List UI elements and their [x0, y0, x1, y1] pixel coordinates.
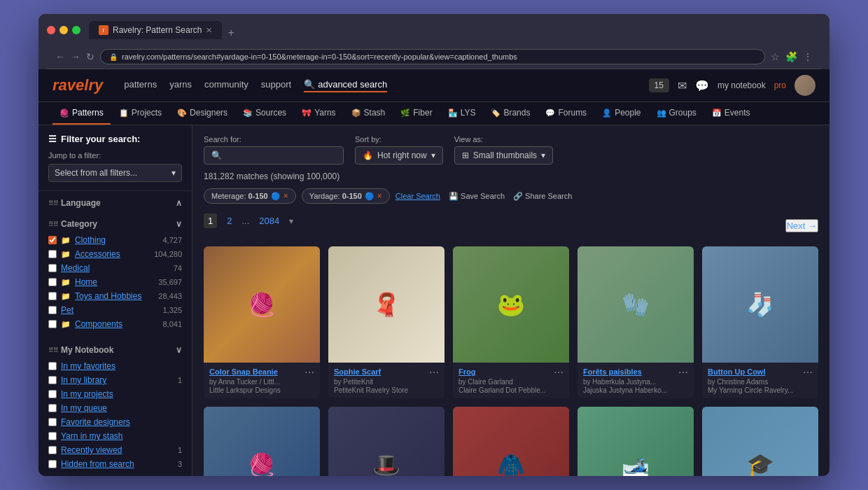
favorites-checkbox[interactable]: [48, 362, 57, 370]
fav-designers-link[interactable]: Favorite designers: [61, 417, 130, 427]
extensions-icon[interactable]: 🧩: [785, 51, 797, 62]
my-notebook-link[interactable]: my notebook: [718, 80, 766, 90]
subnav-groups[interactable]: 👥 Groups: [650, 102, 704, 125]
toys-checkbox[interactable]: [48, 292, 57, 300]
hidden-link[interactable]: Hidden from search: [61, 459, 134, 469]
search-for-group: Search for: 🔍: [204, 135, 344, 164]
save-search-link[interactable]: 💾 Save Search: [449, 192, 505, 201]
share-search-link[interactable]: 🔗 Share Search: [513, 192, 572, 201]
notebook-toggle[interactable]: ∨: [176, 345, 182, 355]
refresh-button[interactable]: ↻: [86, 51, 94, 62]
product-menu-3[interactable]: ⋯: [554, 367, 564, 378]
subnav-projects[interactable]: 📋 Projects: [112, 102, 169, 125]
nav-yarns[interactable]: yarns: [169, 79, 192, 92]
recently-viewed-link[interactable]: Recently viewed: [61, 445, 122, 455]
components-checkbox[interactable]: [48, 320, 57, 328]
subnav-fiber[interactable]: 🌿 Fiber: [393, 102, 439, 125]
product-menu-2[interactable]: ⋯: [429, 367, 439, 378]
nav-advanced-search[interactable]: 🔍 advanced search: [304, 79, 387, 92]
accessories-checkbox[interactable]: [48, 250, 57, 258]
url-bar[interactable]: 🔒 ravelry.com/patterns/search#yardage-in…: [100, 49, 765, 64]
hidden-checkbox[interactable]: [48, 460, 57, 468]
filter-select[interactable]: Select from all filters... ▾: [48, 164, 182, 182]
subnav-designers[interactable]: 🎨 Designers: [170, 102, 234, 125]
subnav-patterns[interactable]: 🧶 Patterns: [52, 102, 111, 125]
tab-close-icon[interactable]: ✕: [206, 26, 212, 35]
menu-icon[interactable]: ⋮: [803, 51, 813, 62]
accessories-link[interactable]: Accessories: [75, 249, 120, 259]
clothing-checkbox[interactable]: [48, 236, 57, 244]
toys-link[interactable]: Toys and Hobbies: [75, 291, 141, 301]
favorites-link[interactable]: In my favorites: [61, 361, 115, 371]
sort-select[interactable]: 🔥 Hot right now ▾: [355, 146, 443, 164]
subnav-people[interactable]: 👤 People: [595, 102, 648, 125]
nav-patterns[interactable]: patterns: [124, 79, 157, 92]
meterage-remove[interactable]: ×: [284, 191, 288, 201]
pet-link[interactable]: Pet: [61, 305, 74, 315]
page-dropdown[interactable]: ▾: [289, 216, 293, 226]
page-last-button[interactable]: 2084: [255, 214, 284, 228]
product-title-1[interactable]: Color Snap Beanie: [209, 368, 278, 376]
fav-designers-checkbox[interactable]: [48, 418, 57, 426]
product-title-3[interactable]: Frog: [458, 368, 475, 376]
library-link[interactable]: In my library: [61, 375, 106, 385]
subnav-yarns[interactable]: 🎀 Yarns: [295, 102, 342, 125]
queue-link[interactable]: In my queue: [61, 403, 107, 413]
product-title-4[interactable]: Forêts paisibles: [583, 368, 642, 376]
minimize-button[interactable]: [59, 26, 68, 34]
product-menu-4[interactable]: ⋯: [678, 367, 688, 378]
category-toggle[interactable]: ∨: [176, 219, 182, 229]
medical-checkbox[interactable]: [48, 264, 57, 272]
medical-link[interactable]: Medical: [61, 263, 90, 273]
pet-checkbox[interactable]: [48, 306, 57, 314]
projects-link[interactable]: In my projects: [61, 389, 113, 399]
product-title-5[interactable]: Button Up Cowl: [708, 368, 765, 376]
clear-search-link[interactable]: Clear Search: [396, 192, 440, 200]
recently-viewed-checkbox[interactable]: [48, 446, 57, 454]
search-input[interactable]: [226, 150, 336, 160]
back-button[interactable]: ←: [55, 51, 65, 62]
components-link[interactable]: Components: [75, 319, 122, 329]
clothing-link[interactable]: Clothing: [75, 235, 106, 245]
forward-button[interactable]: →: [71, 51, 80, 62]
bookmark-icon[interactable]: ☆: [771, 51, 780, 62]
site-logo[interactable]: ravelry: [52, 76, 103, 94]
folder-icon3: 📁: [61, 278, 71, 287]
page-1-button[interactable]: 1: [204, 214, 217, 228]
subnav-lys[interactable]: 🏪 LYS: [441, 102, 483, 125]
yarn-stash-link[interactable]: Yarn in my stash: [61, 431, 122, 441]
pro-badge[interactable]: pro: [774, 80, 786, 90]
chat-icon[interactable]: 💬: [695, 79, 709, 92]
nav-support[interactable]: support: [261, 79, 291, 92]
nav-community[interactable]: community: [204, 79, 248, 92]
product-menu-1[interactable]: ⋯: [304, 367, 314, 378]
clothing-count: 4,727: [162, 236, 182, 244]
projects-checkbox[interactable]: [48, 390, 57, 398]
subnav-forums[interactable]: 💬 Forums: [538, 102, 594, 125]
view-select[interactable]: ⊞ Small thumbnails ▾: [454, 146, 553, 164]
language-toggle[interactable]: ∧: [176, 198, 182, 208]
product-menu-5[interactable]: ⋯: [803, 367, 813, 378]
browser-tab[interactable]: r Ravelry: Pattern Search ✕: [89, 21, 222, 39]
subnav-events[interactable]: 📅 Events: [705, 102, 757, 125]
subnav-sources[interactable]: 📚 Sources: [236, 102, 293, 125]
maximize-button[interactable]: [72, 26, 80, 34]
subnav-brands[interactable]: 🏷️ Brands: [484, 102, 537, 125]
next-page-button[interactable]: Next →: [785, 219, 818, 232]
product-title-2[interactable]: Sophie Scarf: [334, 368, 381, 376]
yarn-stash-checkbox[interactable]: [48, 432, 57, 440]
home-link[interactable]: Home: [75, 277, 97, 287]
product-image-4: 🧤: [578, 246, 694, 363]
yardage-remove[interactable]: ×: [377, 191, 382, 201]
library-checkbox[interactable]: [48, 376, 57, 384]
mail-icon[interactable]: ✉: [678, 79, 687, 92]
page-2-button[interactable]: 2: [223, 214, 236, 228]
home-checkbox[interactable]: [48, 278, 57, 286]
notification-badge[interactable]: 15: [649, 78, 669, 92]
queue-checkbox[interactable]: [48, 404, 57, 412]
close-button[interactable]: [47, 26, 55, 34]
subnav-stash[interactable]: 📦 Stash: [344, 102, 393, 125]
search-input-wrap[interactable]: 🔍: [204, 146, 344, 164]
avatar[interactable]: [794, 75, 816, 96]
new-tab-button[interactable]: +: [227, 27, 234, 39]
